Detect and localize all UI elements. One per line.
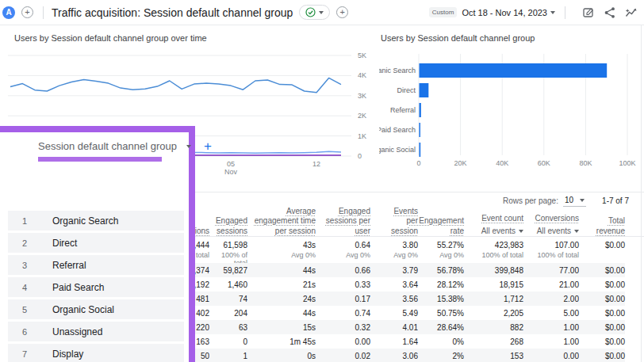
row-index: 4: [22, 283, 41, 292]
bar-label: Paid Search: [379, 126, 416, 134]
channel-list-item[interactable]: 2Direct: [8, 233, 184, 253]
table-cell: 153: [464, 349, 523, 362]
tour-marker-underline: [38, 157, 162, 162]
totals-subvalue: 100% of total: [464, 251, 523, 259]
x-axis-tick: 12: [312, 160, 320, 168]
table-cell: 5.00: [523, 306, 579, 320]
channel-list-item[interactable]: 3Referral: [8, 255, 184, 275]
table-cell: 77.00: [523, 263, 579, 277]
add-report-button[interactable]: +: [336, 6, 348, 18]
channel-list-item[interactable]: 7Display: [8, 344, 184, 362]
table-cell: 1m 45s: [247, 334, 316, 349]
column-header-label: Engaged sessions: [209, 216, 247, 236]
column-header[interactable]: Event countAll events: [464, 203, 523, 236]
x-axis-tick: 80K: [579, 159, 592, 167]
table-cell: 0.33: [316, 277, 370, 292]
table-cell: 0.00: [523, 349, 579, 362]
table-cell: 1.00: [523, 320, 579, 334]
top-bar: A + Traffic acquisition: Session default…: [0, 0, 644, 25]
line-chart-title: Users by Session default channel group o…: [14, 33, 207, 43]
column-metric-filter[interactable]: All events: [481, 227, 523, 237]
add-comparison-button[interactable]: +: [21, 6, 33, 18]
x-axis-tick: 100K: [619, 159, 635, 167]
dimension-dropdown[interactable]: Session default channel group +: [38, 140, 212, 152]
channel-list-item[interactable]: 6Unassigned: [8, 322, 184, 341]
table-cell: 56.78%: [418, 263, 464, 277]
page-title: Traffic acquisition: Session default cha…: [52, 6, 293, 19]
channel-name: Display: [52, 349, 83, 360]
table-cell: 268: [464, 334, 523, 349]
table-cell: 59,827: [209, 263, 247, 277]
divider: [43, 6, 44, 19]
table-cell: 28.12%: [418, 277, 464, 292]
report-saved-badge[interactable]: [299, 5, 330, 20]
bar: [420, 83, 429, 97]
table-cell: 28.64%: [418, 320, 464, 334]
column-header[interactable]: Total revenue: [579, 203, 625, 236]
column-header[interactable]: Events per session: [370, 203, 418, 236]
line-series: [10, 78, 341, 92]
table-cell: 0.02: [316, 349, 370, 362]
add-dimension-button[interactable]: +: [204, 141, 212, 152]
edit-comparison-icon[interactable]: [582, 6, 595, 19]
column-header-label: Engaged sessions per user: [316, 207, 370, 237]
bar-label: Referral: [390, 106, 416, 114]
totals-subvalue: Avg 0%: [316, 251, 370, 259]
column-header[interactable]: Engagement rate: [418, 203, 464, 236]
checkmark-icon: [305, 7, 316, 17]
channel-list-item[interactable]: 5Organic Social: [8, 299, 184, 319]
table-cell: 24s: [247, 292, 316, 306]
table-cell: 3.56: [370, 292, 418, 306]
row-index: 7: [22, 349, 41, 359]
table-cell: 44s: [247, 306, 316, 320]
table-cell: 0%: [418, 334, 464, 349]
channel-name: Direct: [52, 238, 77, 249]
bar-label: Organic Search: [379, 67, 416, 74]
divider: [565, 6, 565, 19]
dimension-dropdown-label: Session default channel group: [38, 140, 177, 152]
table-cell: $0.00: [579, 349, 625, 362]
y-axis-tick: 5K: [358, 51, 366, 59]
column-metric-filter[interactable]: All events: [537, 227, 579, 237]
x-axis-tick: Nov: [224, 168, 238, 176]
avatar[interactable]: A: [2, 6, 15, 19]
insights-icon[interactable]: [625, 6, 638, 19]
table-cell: 1,460: [209, 277, 247, 292]
column-header[interactable]: ConversionsAll events: [523, 203, 579, 236]
table-cell: 1,712: [464, 292, 523, 306]
table-cell: 204: [209, 306, 247, 320]
table-cell: 5.49: [370, 306, 418, 320]
row-index: 3: [22, 261, 41, 270]
channel-list-item[interactable]: 4Paid Search: [8, 277, 184, 297]
channel-name: Referral: [52, 260, 86, 271]
column-header[interactable]: Average engagement time per session: [247, 203, 316, 236]
totals-value: 107.00: [523, 241, 579, 250]
table-cell: 50.75%: [418, 306, 464, 320]
totals-value: 423,983: [464, 241, 523, 250]
chevron-down-icon: [550, 11, 555, 14]
y-axis-tick: 4K: [358, 71, 366, 79]
top-bar-actions: Custom Oct 18 - Nov 14, 2023: [429, 6, 644, 19]
table-cell: 2.00: [523, 292, 579, 306]
column-header-label: Engagement rate: [418, 216, 464, 236]
channel-name: Unassigned: [52, 326, 102, 337]
bar: [420, 123, 421, 137]
column-header[interactable]: Engaged sessions per user: [316, 203, 370, 236]
column-header[interactable]: Engaged sessions: [209, 203, 247, 236]
y-axis-tick: 3K: [358, 92, 366, 100]
table-cell: 0s: [247, 349, 316, 362]
x-axis-tick: 20K: [454, 159, 467, 167]
totals-subvalue: Avg 0%: [247, 251, 316, 259]
table-cell: 21.00: [523, 277, 579, 292]
table-cell: $0.00: [579, 277, 625, 292]
share-icon[interactable]: [604, 6, 616, 19]
chevron-down-icon: [319, 11, 324, 14]
channel-list-item[interactable]: 1Organic Search: [8, 211, 184, 231]
table-cell: $0.00: [579, 292, 625, 306]
x-axis-tick: 60K: [538, 159, 550, 167]
row-index: 6: [22, 327, 41, 337]
column-header-label: Events per session: [385, 207, 418, 237]
column-header-label: Conversions: [535, 214, 579, 224]
date-range[interactable]: Oct 18 - Nov 14, 2023: [462, 8, 547, 17]
totals-value: 43s: [247, 241, 316, 250]
